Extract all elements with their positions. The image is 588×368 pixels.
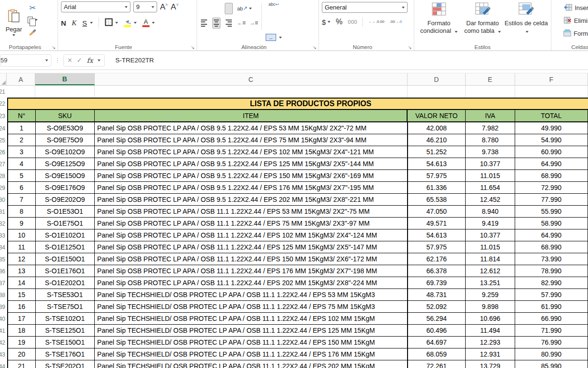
row-number[interactable]: 26 xyxy=(0,146,7,158)
cell-sku[interactable]: S-TSE150O1 xyxy=(36,337,95,348)
cancel-button[interactable]: × xyxy=(68,56,72,65)
cell-valor-neto[interactable]: 72.261 xyxy=(408,360,466,368)
cell-sku[interactable]: S-TSE102O1 xyxy=(36,313,95,325)
cell-item[interactable]: Panel Sip OSB PROTEC LP APA / OSB 9.5 1.… xyxy=(95,122,408,134)
cell-iva[interactable]: 11.015 xyxy=(466,170,515,182)
currency-button[interactable]: $ xyxy=(322,18,330,26)
cell-total[interactable]: 66.990 xyxy=(515,313,588,325)
cell-valor-neto[interactable]: 57.975 xyxy=(408,170,466,182)
cell-valor-neto[interactable]: 52.092 xyxy=(408,301,466,313)
cell-sku[interactable]: S-TSE176O1 xyxy=(36,348,95,360)
orientation-button[interactable]: ab↗ xyxy=(237,5,252,11)
row-number[interactable]: 32 xyxy=(0,218,7,229)
cell-item[interactable]: Panel Sip OSB PROTEC LP APA / OSB 9.5 1.… xyxy=(95,134,408,146)
increase-font-button[interactable]: A˄ xyxy=(160,2,168,12)
cell-iva[interactable]: 12.452 xyxy=(466,194,515,206)
header-num[interactable]: N° xyxy=(7,110,36,122)
dialog-launcher-font[interactable]: ↘ xyxy=(191,45,195,50)
cell-iva[interactable]: 11.015 xyxy=(466,241,515,253)
cell-num[interactable]: 11 xyxy=(7,241,36,253)
row-number[interactable]: 31 xyxy=(0,206,7,218)
cell-num[interactable]: 17 xyxy=(7,313,36,325)
cell[interactable] xyxy=(95,86,408,98)
cell-num[interactable]: 14 xyxy=(7,277,36,289)
cell-total[interactable]: 55.990 xyxy=(515,206,588,218)
cell-valor-neto[interactable]: 69.739 xyxy=(408,277,466,289)
cell-num[interactable]: 10 xyxy=(7,229,36,241)
header-valor-neto[interactable]: VALOR NETO xyxy=(408,110,466,122)
cell-valor-neto[interactable]: 64.697 xyxy=(408,337,466,348)
cell-item[interactable]: Panel Sip OSB PROTEC LP APA / OSB 9.5 1.… xyxy=(95,158,408,170)
name-box[interactable]: 59 xyxy=(0,54,51,67)
cell-num[interactable]: 8 xyxy=(7,206,36,218)
conditional-formatting-button[interactable]: Formato condicional xyxy=(417,1,461,43)
cell-total[interactable]: 77.990 xyxy=(515,194,588,206)
align-bottom-button[interactable] xyxy=(225,3,233,14)
cell-sku[interactable]: S-O1E102O1 xyxy=(36,229,95,241)
cell-iva[interactable]: 13.729 xyxy=(466,360,515,368)
dialog-launcher-number[interactable]: ↘ xyxy=(408,45,412,50)
cell-iva[interactable]: 9.259 xyxy=(466,289,515,301)
cell-num[interactable]: 7 xyxy=(7,194,36,206)
increase-decimal-button[interactable]: ←←.0 .00 xyxy=(368,20,384,24)
align-middle-button[interactable] xyxy=(212,3,220,14)
row-number[interactable]: 40 xyxy=(0,313,7,325)
cell-sku[interactable]: S-O9E150O9 xyxy=(36,170,95,182)
column-header-f[interactable]: F xyxy=(515,73,588,85)
row-number[interactable]: 21 xyxy=(0,86,7,98)
row-number[interactable]: 35 xyxy=(0,253,7,265)
align-right-button[interactable] xyxy=(225,18,233,29)
cell[interactable] xyxy=(515,86,588,98)
cut-button[interactable]: ✂ xyxy=(28,2,38,13)
cell-total[interactable]: 78.990 xyxy=(515,265,588,277)
cell-num[interactable]: 15 xyxy=(7,289,36,301)
cell-sku[interactable]: S-O9E202O9 xyxy=(36,194,95,206)
cell-num[interactable]: 2 xyxy=(7,134,36,146)
drag-handle-icon[interactable]: ⋮ xyxy=(54,57,60,64)
copy-button[interactable] xyxy=(28,15,38,25)
row-number[interactable]: 29 xyxy=(0,182,7,194)
cell-iva[interactable]: 9.738 xyxy=(466,146,515,158)
cell-valor-neto[interactable]: 54.613 xyxy=(408,229,466,241)
cell-total[interactable]: 68.990 xyxy=(515,170,588,182)
format-as-table-button[interactable]: Dar formato como tabla xyxy=(461,1,505,43)
decrease-indent-button[interactable]: ←≡ xyxy=(237,20,245,26)
wrap-text-button[interactable]: ab c↩ xyxy=(266,2,282,7)
cell-total[interactable]: 71.990 xyxy=(515,325,588,337)
italic-button[interactable]: K xyxy=(72,19,77,27)
cell-total[interactable]: 85.990 xyxy=(515,360,588,368)
cell-item[interactable]: Panel Sip OSB PROTEC LP APA / OSB 11.1 1… xyxy=(95,265,408,277)
percent-button[interactable]: % xyxy=(336,18,342,26)
dialog-launcher-clipboard[interactable]: ↘ xyxy=(52,45,56,50)
cell-num[interactable]: 5 xyxy=(7,170,36,182)
borders-button[interactable] xyxy=(105,18,118,28)
cell-item[interactable]: Panel Sip TECHSHIELD/ OSB PROTEC LP APA … xyxy=(95,313,408,325)
cell-total[interactable]: 76.990 xyxy=(515,337,588,348)
cell-sku[interactable]: S-TSE75O1 xyxy=(36,301,95,313)
cell-sku[interactable]: S-O9E125O9 xyxy=(36,158,95,170)
cell-valor-neto[interactable]: 46.210 xyxy=(408,134,466,146)
cell-iva[interactable]: 7.982 xyxy=(466,122,515,134)
row-number[interactable]: 41 xyxy=(0,325,7,337)
row-number[interactable]: 27 xyxy=(0,158,7,170)
cell-item[interactable]: Panel Sip OSB PROTEC LP APA / OSB 9.5 1.… xyxy=(95,182,408,194)
cell[interactable] xyxy=(408,86,466,98)
cell-total[interactable]: 82.990 xyxy=(515,277,588,289)
cell-item[interactable]: Panel Sip TECHSHIELD/ OSB PROTEC LP APA … xyxy=(95,325,408,337)
decrease-font-button[interactable]: A˅ xyxy=(171,2,179,12)
row-number[interactable]: 23 xyxy=(0,110,7,122)
align-top-button[interactable] xyxy=(200,3,208,14)
cell-valor-neto[interactable]: 51.252 xyxy=(408,146,466,158)
row-number[interactable]: 28 xyxy=(0,170,7,182)
cell-item[interactable]: Panel Sip OSB PROTEC LP APA / OSB 9.5 1.… xyxy=(95,194,408,206)
cell-sku[interactable]: S-TSE125O1 xyxy=(36,325,95,337)
cell-valor-neto[interactable]: 54.613 xyxy=(408,158,466,170)
cell-num[interactable]: 6 xyxy=(7,182,36,194)
format-cells-button[interactable]: Formato xyxy=(554,27,588,40)
cell-item[interactable]: Panel Sip OSB PROTEC LP APA / OSB 11.1 1… xyxy=(95,241,408,253)
cell-valor-neto[interactable]: 57.975 xyxy=(408,241,466,253)
cell-valor-neto[interactable]: 48.731 xyxy=(408,289,466,301)
cell-item[interactable]: Panel Sip TECHSHIELD/ OSB PROTEC LP APA … xyxy=(95,348,408,360)
cell-sku[interactable]: S-O9E102O9 xyxy=(36,146,95,158)
cell-valor-neto[interactable]: 65.538 xyxy=(408,194,466,206)
